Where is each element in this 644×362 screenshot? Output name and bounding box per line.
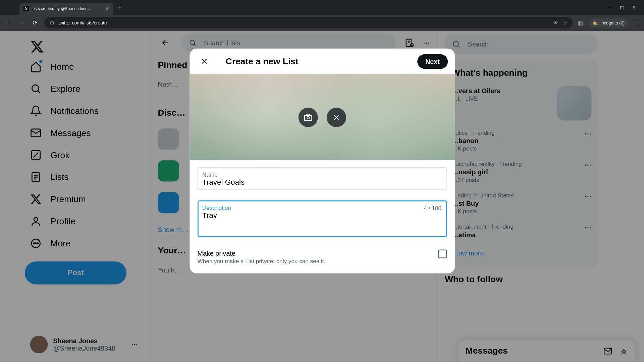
new-tab-button[interactable]: +	[117, 4, 121, 11]
site-settings-icon[interactable]: ⚙	[50, 20, 54, 26]
back-icon[interactable]: ←	[4, 19, 12, 26]
create-list-modal: Create a new List Next Name Description	[190, 49, 455, 274]
tab-close-icon[interactable]: ✕	[105, 6, 109, 12]
browser-menu-icon[interactable]: ⋮	[634, 19, 640, 26]
banner-image	[190, 74, 455, 160]
tab-title: Lists created by @SheenaJone…	[32, 6, 102, 11]
url-bar: ← → ⟳ ⚙ twitter.com/i/lists/create 👁 ☆ ◧…	[0, 15, 644, 31]
description-input[interactable]	[202, 211, 442, 232]
forward-icon[interactable]: →	[17, 19, 25, 26]
modal-body: Name Description 4 / 100 Make private Wh…	[190, 160, 455, 273]
private-hint: When you make a List private, only you c…	[197, 258, 325, 264]
private-row: Make private When you make a List privat…	[197, 248, 446, 266]
modal-overlay[interactable]: Create a new List Next Name Description	[0, 31, 644, 362]
next-button[interactable]: Next	[417, 54, 447, 68]
eye-off-icon[interactable]: 👁	[553, 20, 558, 26]
extensions-icon[interactable]: ◧	[578, 20, 583, 26]
maximize-icon[interactable]: ◻	[620, 5, 624, 10]
private-label: Make private	[197, 249, 325, 257]
incognito-label: Incognito (2)	[600, 20, 625, 25]
url-text: twitter.com/i/lists/create	[58, 20, 549, 25]
remove-photo-button[interactable]	[326, 108, 346, 127]
svg-point-15	[307, 116, 309, 119]
description-field[interactable]: Description 4 / 100	[197, 200, 446, 237]
add-photo-button[interactable]	[298, 108, 318, 127]
browser-chrome: 𝕏 Lists created by @SheenaJone… ✕ + ― ◻ …	[0, 0, 644, 31]
name-input[interactable]	[202, 178, 442, 187]
reload-icon[interactable]: ⟳	[31, 19, 39, 26]
description-counter: 4 / 100	[424, 205, 441, 212]
close-window-icon[interactable]: ✕	[632, 5, 636, 10]
star-icon[interactable]: ☆	[562, 20, 567, 26]
incognito-icon: 🕵	[592, 20, 598, 25]
incognito-badge[interactable]: 🕵 Incognito (2)	[588, 18, 629, 27]
tab-bar: 𝕏 Lists created by @SheenaJone… ✕ + ― ◻ …	[0, 0, 644, 15]
name-label: Name	[202, 171, 442, 178]
name-field[interactable]: Name	[197, 167, 446, 190]
modal-header: Create a new List Next	[190, 49, 455, 74]
modal-title: Create a new List	[226, 56, 403, 66]
browser-tab[interactable]: 𝕏 Lists created by @SheenaJone… ✕	[19, 3, 113, 15]
close-button[interactable]	[197, 54, 212, 69]
minimize-icon[interactable]: ―	[607, 5, 612, 10]
description-label: Description	[202, 204, 442, 211]
private-checkbox[interactable]	[438, 249, 446, 258]
window-controls: ― ◻ ✕	[607, 5, 641, 10]
x-favicon-icon: 𝕏	[23, 6, 29, 11]
url-field[interactable]: ⚙ twitter.com/i/lists/create 👁 ☆	[44, 17, 573, 28]
svg-rect-14	[304, 115, 312, 121]
